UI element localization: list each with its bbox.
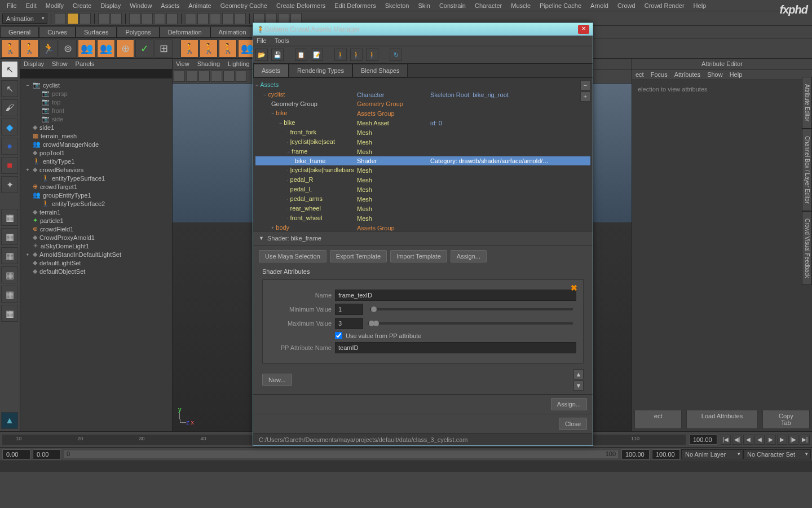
outliner-item[interactable]: ◆CrowdProxyArnold1: [23, 233, 170, 242]
step-back-key[interactable]: ◀|: [732, 435, 742, 445]
outliner-menu-show[interactable]: Show: [52, 60, 68, 67]
min-input[interactable]: [335, 304, 363, 315]
menu-pipeline-cache[interactable]: Pipeline Cache: [535, 1, 586, 10]
vp-4[interactable]: [211, 71, 222, 82]
dlg-t2[interactable]: 📝: [311, 49, 323, 61]
menu-animate[interactable]: Animate: [184, 1, 215, 10]
menu-geometry-cache[interactable]: Geometry Cache: [216, 1, 272, 10]
outliner-item[interactable]: 📷persp: [23, 89, 170, 98]
layout-1[interactable]: ▦: [1, 209, 18, 226]
range-end-a[interactable]: 100.00: [621, 449, 650, 459]
outliner-item[interactable]: 👥crowdManagerNode: [23, 140, 170, 148]
tree-row[interactable]: ·pedal_LMesh: [255, 185, 590, 194]
outliner-item[interactable]: 📷top: [23, 98, 170, 106]
max-input[interactable]: [335, 318, 363, 329]
vp-2[interactable]: [186, 71, 197, 82]
step-back[interactable]: ◀: [743, 435, 753, 445]
tb-h[interactable]: [222, 13, 233, 24]
tree-row[interactable]: Geometry GroupGeometry Group: [255, 99, 590, 108]
menu-skeleton[interactable]: Skeleton: [381, 1, 414, 10]
goto-start[interactable]: |◀: [721, 435, 731, 445]
rotate-tool[interactable]: ●: [1, 138, 18, 155]
dlg-tab-blend-shapes[interactable]: Blend Shapes: [352, 64, 408, 77]
attr-menu[interactable]: ect: [636, 71, 644, 78]
tb-f[interactable]: [197, 13, 209, 24]
outliner-item[interactable]: 👥groupEntityType1: [23, 191, 170, 199]
new-attr-button[interactable]: New...: [262, 374, 292, 386]
shelf-1[interactable]: 🚶: [1, 40, 19, 58]
right-tab[interactable]: Crowd Visual Feedback: [802, 211, 812, 285]
shader-section-header[interactable]: Shader: bike_frame: [253, 231, 593, 246]
outliner-item[interactable]: ◆defaultObjectSet: [23, 267, 170, 275]
outliner-item[interactable]: +◆ArnoldStandInDefaultLightSet: [23, 250, 170, 259]
right-tab[interactable]: Channel Box / Layer Editor: [802, 129, 812, 211]
outliner-item[interactable]: +◆crowdBehaviors: [23, 165, 170, 174]
tree-row[interactable]: −cyclistCharacterSkeleton Root: bike_rig…: [255, 90, 590, 99]
shelf-7[interactable]: ⊕: [116, 40, 134, 58]
dialog-close-button[interactable]: Close: [559, 418, 587, 430]
tb-save[interactable]: [80, 13, 91, 24]
vp-menu-lighting[interactable]: Lighting: [228, 60, 250, 67]
dlg-btn-use-maya-selection[interactable]: Use Maya Selection: [259, 250, 326, 262]
tb-g[interactable]: [210, 13, 221, 24]
shelf-10[interactable]: 🚶: [180, 40, 198, 58]
shelf-5[interactable]: 👥: [78, 40, 96, 58]
outliner-item[interactable]: ▦terrain_mesh: [23, 132, 170, 140]
tb-d[interactable]: [166, 13, 178, 24]
shelf-4[interactable]: ⊚: [59, 40, 77, 58]
shelf-tab-curves[interactable]: Curves: [39, 27, 76, 38]
outliner-menu-panels[interactable]: Panels: [76, 60, 95, 67]
range-start-a[interactable]: 0.00: [2, 449, 30, 459]
shelf-tab-deformation[interactable]: Deformation: [160, 27, 210, 38]
layout-3[interactable]: ▦: [1, 247, 18, 264]
dlg-btn-import-template[interactable]: Import Template: [390, 250, 447, 262]
pp-checkbox[interactable]: [335, 332, 342, 339]
name-input[interactable]: [335, 290, 576, 301]
tree-expand[interactable]: +: [580, 91, 590, 102]
shelf-tab-surfaces[interactable]: Surfaces: [76, 27, 117, 38]
step-fwd[interactable]: ▶: [777, 435, 787, 445]
menu-constrain[interactable]: Constrain: [435, 1, 470, 10]
menu-muscle[interactable]: Muscle: [506, 1, 535, 10]
play-back[interactable]: ◀: [754, 435, 765, 445]
dlg-t3[interactable]: 🚶: [334, 49, 347, 61]
outliner-item[interactable]: 📷side: [23, 115, 170, 123]
menu-create-deformers[interactable]: Create Deformers: [272, 1, 330, 10]
shelf-9[interactable]: ⊞: [155, 40, 173, 58]
dlg-open[interactable]: 📂: [255, 49, 268, 61]
tree-row[interactable]: −bikeMesh Assetid: 0: [255, 118, 590, 128]
attr-up[interactable]: ▲: [573, 369, 584, 379]
outliner-item[interactable]: −📷cyclist: [23, 81, 170, 89]
menu-skin[interactable]: Skin: [413, 1, 434, 10]
attr-menu[interactable]: Attributes: [674, 71, 700, 78]
tree-row[interactable]: −bikeAssets Group: [255, 108, 590, 118]
tb-b[interactable]: [142, 13, 153, 24]
tree-row[interactable]: ·pedal_armsMesh: [255, 194, 590, 204]
dlg-menu-tools[interactable]: Tools: [275, 37, 289, 44]
remove-attr-icon[interactable]: ✖: [571, 283, 577, 292]
dlg-save[interactable]: 💾: [271, 49, 284, 61]
shelf-tab-general[interactable]: General: [0, 27, 39, 38]
dlg-btn-export-template[interactable]: Export Template: [330, 250, 387, 262]
outliner-item[interactable]: 🚶entityTypeSurface1: [23, 174, 170, 182]
vp-menu-view[interactable]: View: [176, 60, 189, 67]
outliner-item[interactable]: ◆side1: [23, 123, 170, 132]
tb-open[interactable]: [67, 13, 78, 24]
range-slider[interactable]: 0 100: [64, 450, 618, 458]
vp-3[interactable]: [198, 71, 210, 82]
tb-a[interactable]: [129, 13, 140, 24]
attr-menu[interactable]: Help: [730, 71, 743, 78]
outliner-item[interactable]: 📷front: [23, 106, 170, 115]
layout-2[interactable]: ▦: [1, 228, 18, 245]
shelf-3[interactable]: 🏃: [39, 40, 58, 58]
shelf-11[interactable]: 🚶: [200, 40, 218, 58]
dlg-t1[interactable]: 📋: [295, 49, 307, 61]
vp-6[interactable]: [236, 71, 247, 82]
attr-select[interactable]: ect: [634, 410, 682, 429]
menu-modify[interactable]: Modify: [41, 1, 68, 10]
tb-e[interactable]: [185, 13, 196, 24]
outliner-item[interactable]: ◆terrain1: [23, 208, 170, 216]
attr-copy[interactable]: Copy Tab: [762, 410, 810, 429]
tree-row[interactable]: ·front_forkMesh: [255, 128, 590, 137]
vp-menu-shading[interactable]: Shading: [197, 60, 220, 67]
